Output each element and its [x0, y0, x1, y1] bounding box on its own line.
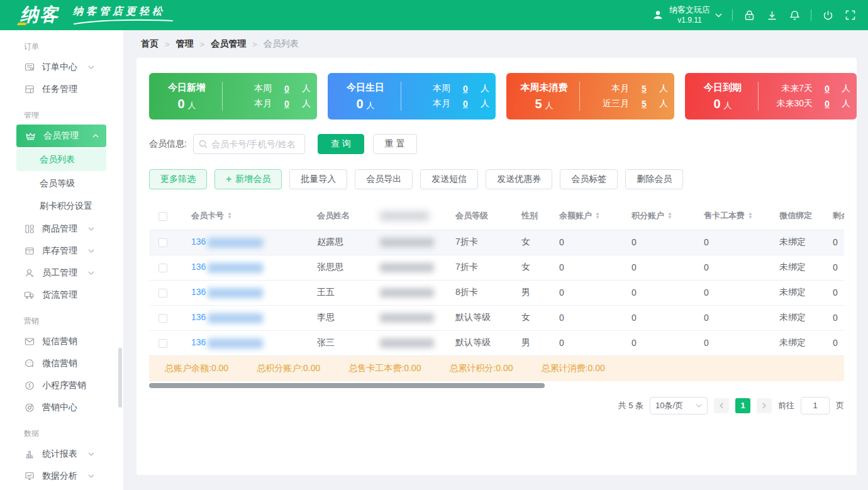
stat-link[interactable]: 5	[642, 99, 647, 109]
col-balance: 余额账户	[559, 211, 592, 220]
sidebar-subitem-member-level[interactable]: 会员等级	[0, 172, 123, 195]
masked-card-digits	[208, 313, 263, 323]
download-icon[interactable]	[765, 9, 778, 21]
app-logo: 纳客	[11, 3, 59, 28]
lock-icon[interactable]	[743, 9, 755, 21]
totals-summary-bar: 总账户余额:0.00 总积分账户:0.00 总售卡工本费:0.00 总累计积分:…	[149, 356, 844, 381]
sidebar-item-data-analysis[interactable]: 数据分析	[0, 465, 123, 487]
member-card-link[interactable]: 136	[191, 262, 206, 272]
staff-icon	[24, 267, 35, 278]
member-card-link[interactable]: 136	[191, 237, 206, 247]
task-icon	[24, 84, 35, 94]
user-menu[interactable]: 纳客文玩店 v1.9.11	[652, 5, 722, 25]
member-tag-button[interactable]: 会员标签	[560, 169, 618, 189]
stat-link[interactable]: 0	[463, 99, 468, 109]
sidebar-subitem-card-points-setting[interactable]: 刷卡积分设置	[0, 195, 123, 218]
reset-button[interactable]: 重 置	[373, 134, 417, 154]
chevron-down-icon	[88, 474, 94, 478]
sidebar-item-logistics-manage[interactable]: 货流管理	[0, 284, 123, 306]
sort-balance[interactable]: ▲▼	[595, 212, 600, 220]
breadcrumb-separator: >	[165, 40, 170, 49]
sidebar-subitem-member-list[interactable]: 会员列表	[16, 148, 106, 171]
stat-link[interactable]: 0	[825, 84, 830, 94]
table-row[interactable]: 136 张三 默认等级 男 0 0 0 未绑定 0	[149, 330, 844, 355]
sidebar-item-goods-manage[interactable]: 商品管理	[0, 218, 123, 240]
row-checkbox[interactable]	[159, 314, 167, 323]
member-search-input[interactable]	[211, 139, 299, 149]
row-checkbox[interactable]	[159, 339, 167, 348]
sidebar-item-label: 数据分析	[42, 471, 77, 482]
table-row[interactable]: 136 王五 8折卡 男 0 0 0 未绑定 0	[149, 280, 844, 305]
masked-phone	[380, 338, 434, 348]
send-coupon-button[interactable]: 发送优惠券	[486, 169, 552, 189]
member-card-link[interactable]: 136	[191, 287, 206, 297]
sidebar-item-sms-marketing[interactable]: 短信营销	[0, 330, 123, 352]
sidebar-item-marketing-center[interactable]: 营销中心	[0, 396, 123, 418]
add-member-button[interactable]: +新增会员	[214, 169, 282, 189]
sidebar-item-label: 小程序营销	[42, 380, 86, 391]
sidebar-item-member-manage[interactable]: 会员管理	[16, 125, 106, 147]
more-filter-button[interactable]: 更多筛选	[149, 169, 207, 189]
horizontal-scrollbar[interactable]	[149, 383, 545, 388]
topbar-divider	[732, 9, 733, 21]
select-all-checkbox[interactable]	[159, 212, 167, 221]
app-version: v1.9.11	[677, 16, 701, 25]
sidebar-item-miniprogram-marketing[interactable]: 小程序营销	[0, 374, 123, 396]
current-page-button[interactable]: 1	[735, 398, 750, 413]
member-card-link[interactable]: 136	[191, 337, 206, 347]
sort-points[interactable]: ▲▼	[667, 212, 672, 220]
sort-card-fee[interactable]: ▲▼	[748, 212, 753, 220]
sidebar-item-inventory-manage[interactable]: 库存管理	[0, 240, 123, 262]
table-row[interactable]: 136 赵露思 7折卡 女 0 0 0 未绑定 0	[149, 230, 844, 255]
member-search-box[interactable]	[193, 134, 305, 154]
page-size-select[interactable]: 10条/页	[650, 397, 708, 415]
member-list-panel: 今日新增 0人 本周0人 本月0人 今日生日 0人	[136, 58, 857, 475]
row-checkbox[interactable]	[159, 238, 167, 247]
total-accumulated-spend: 总累计消费:0.00	[542, 363, 605, 374]
query-button[interactable]: 查 询	[318, 134, 364, 154]
breadcrumb: 首页 > 管理 > 会员管理 > 会员列表	[123, 30, 868, 58]
power-icon[interactable]	[821, 9, 834, 21]
stat-card-expire-today: 今日到期 0人 未来7天0人 未来30天0人	[685, 73, 857, 120]
table-row[interactable]: 136 张思思 7折卡 女 0 0 0 未绑定 0	[149, 255, 844, 280]
sidebar-item-staff-manage[interactable]: 员工管理	[0, 262, 123, 284]
member-export-button[interactable]: 会员导出	[355, 169, 413, 189]
sidebar-scrollbar[interactable]	[118, 348, 122, 408]
search-row: 会员信息: 查 询 重 置	[149, 134, 844, 154]
sidebar-item-order-center[interactable]: 订单中心	[0, 56, 123, 78]
bell-icon[interactable]	[788, 9, 801, 21]
batch-import-button[interactable]: 批量导入	[289, 169, 347, 189]
sort-card-number[interactable]: ▲▼	[227, 212, 232, 220]
fullscreen-icon[interactable]	[844, 9, 857, 21]
next-page-button[interactable]	[757, 398, 772, 413]
table-row[interactable]: 136 李思 默认等级 女 0 0 0 未绑定 0	[149, 305, 844, 330]
goto-page-input[interactable]	[801, 397, 830, 415]
prev-page-button[interactable]	[714, 398, 729, 413]
chevron-down-icon	[88, 452, 94, 456]
member-card-link[interactable]: 136	[191, 312, 206, 322]
sidebar-item-report[interactable]: 统计报表	[0, 443, 123, 465]
stat-link[interactable]: 0	[284, 84, 289, 94]
breadcrumb-member-manage[interactable]: 会员管理	[211, 38, 246, 50]
goto-label: 前往	[778, 400, 794, 411]
sidebar-item-task-manage[interactable]: 任务管理	[0, 78, 123, 100]
analysis-monitor-icon	[24, 471, 35, 481]
chevron-down-icon	[88, 271, 94, 275]
masked-card-digits	[208, 238, 263, 248]
stat-link[interactable]: 0	[825, 99, 830, 109]
breadcrumb-manage[interactable]: 管理	[176, 38, 194, 50]
total-points: 总积分账户:0.00	[257, 363, 320, 374]
topbar-divider	[811, 9, 811, 21]
delete-member-button[interactable]: 删除会员	[625, 169, 683, 189]
breadcrumb-home[interactable]: 首页	[141, 38, 159, 50]
send-sms-button[interactable]: 发送短信	[420, 169, 478, 189]
stat-link[interactable]: 0	[463, 84, 468, 94]
main-content: 首页 > 管理 > 会员管理 > 会员列表 今日新增 0人 本周0人 本月	[123, 30, 868, 490]
sidebar-item-wechat-marketing[interactable]: 微信营销	[0, 352, 123, 374]
total-count: 共 5 条	[618, 400, 643, 411]
stat-link[interactable]: 5	[642, 84, 647, 94]
row-checkbox[interactable]	[159, 264, 167, 272]
stat-link[interactable]: 0	[284, 99, 289, 109]
masked-phone	[380, 313, 434, 323]
row-checkbox[interactable]	[159, 289, 167, 298]
